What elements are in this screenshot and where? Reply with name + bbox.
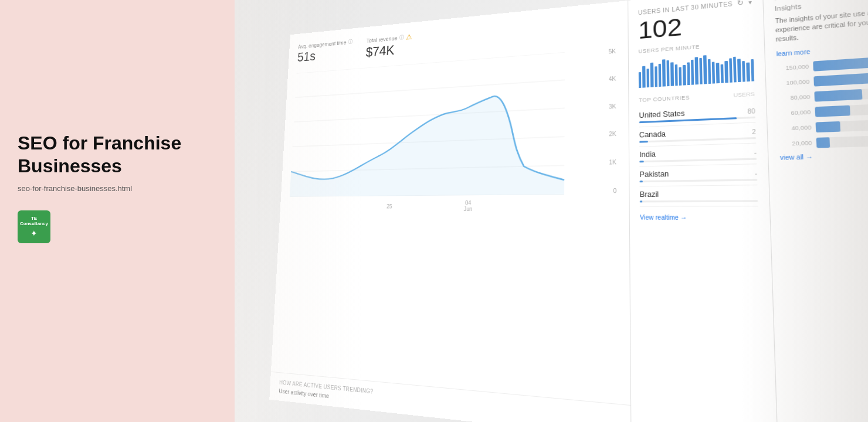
view-realtime-link[interactable]: View realtime →: [640, 214, 758, 221]
revenue-metric: Total revenue ⓘ ⚠ $74K: [365, 32, 412, 60]
top-countries-label: TOP COUNTRIES: [639, 94, 690, 103]
bar-28: [751, 59, 754, 81]
country-name-pk: Pakistan: [639, 170, 669, 179]
bottom-trending: HOW ARE ACTIVE USERS TRENDING? User acti…: [269, 372, 630, 422]
bar-26: [742, 61, 745, 82]
bar-24: [733, 57, 737, 83]
analytics-container: Avg. engagement time ⓘ 51s Total revenue…: [269, 0, 868, 422]
h-bar-container-4: [815, 103, 868, 117]
h-bar-container-1: [813, 55, 868, 71]
h-bar-fill-6: [816, 137, 830, 148]
view-all-link[interactable]: view all →: [780, 151, 868, 161]
refresh-icon[interactable]: ↻: [737, 0, 744, 8]
analytics-inner: Avg. engagement time ⓘ 51s Total revenue…: [269, 0, 868, 422]
x-label-25: 25: [386, 203, 392, 209]
bar-3: [646, 69, 649, 88]
h-bar-label-5: 40,000: [779, 124, 812, 132]
h-bar-container-3: [814, 87, 868, 101]
bar-1: [639, 72, 642, 88]
bar-27: [746, 63, 750, 82]
country-row-br: Brazil: [640, 185, 758, 207]
x-label-jun: 04Jun: [464, 200, 473, 212]
bar-4: [650, 62, 653, 87]
page-url: seo-for-franchise-businesses.html: [18, 184, 217, 193]
h-bar-label-1: 150,000: [777, 63, 809, 72]
country-row-ca: Canada 2: [639, 122, 757, 147]
bar-21: [720, 64, 724, 83]
country-bar-fill-br: [640, 200, 642, 202]
bar-5: [655, 66, 657, 87]
top-countries-header: TOP COUNTRIES USERS: [639, 91, 755, 103]
users-col-label: USERS: [733, 91, 754, 98]
bar-13: [687, 62, 690, 85]
y-label-5k: 5K: [609, 48, 616, 55]
h-bar-row-1: 150,000: [777, 55, 868, 73]
right-stats-panel: DIRECT CHANNELS Insights The insights of…: [763, 0, 868, 422]
bottom-subtitle: User activity over time: [279, 387, 618, 422]
analytics-panel: Avg. engagement time ⓘ 51s Total revenue…: [235, 0, 868, 422]
bar-18: [708, 59, 711, 84]
h-bar-label-3: 80,000: [778, 93, 810, 101]
h-bar-row-5: 40,000: [779, 118, 868, 134]
h-bar-label-4: 60,000: [778, 108, 811, 116]
h-bar-label-6: 20,000: [779, 139, 812, 147]
insights-link[interactable]: learn more: [776, 48, 810, 57]
country-count-us: 80: [747, 108, 755, 115]
y-label-3k: 3K: [609, 103, 616, 110]
chart-y-labels: 5K 4K 3K 2K 1K 0: [595, 48, 617, 195]
users-panel: USERS IN LAST 30 MINUTES ↻ ▾ 102 USERS P…: [628, 0, 778, 422]
chart-section: Avg. engagement time ⓘ 51s Total revenue…: [269, 1, 631, 422]
country-name-ca: Canada: [639, 130, 666, 139]
revenue-info-icon: ⓘ: [399, 34, 405, 42]
bar-16: [699, 58, 703, 84]
country-name-us: United States: [639, 109, 684, 120]
bar-17: [703, 55, 707, 84]
bar-22: [725, 61, 728, 83]
line-chart-svg: [290, 50, 592, 197]
h-bar-fill-4: [815, 105, 850, 117]
y-label-0: 0: [613, 188, 616, 194]
h-bar-fill-5: [816, 121, 840, 132]
bar-25: [737, 59, 741, 82]
bar-14: [691, 60, 694, 85]
logo-text: TE Consultancy: [18, 216, 50, 227]
engagement-metric: Avg. engagement time ⓘ 51s: [297, 38, 352, 66]
country-count-pk: -: [755, 170, 757, 177]
bar-19: [712, 62, 716, 83]
svg-line-2: [294, 108, 565, 122]
h-bar-row-6: 20,000: [779, 134, 868, 148]
dropdown-icon[interactable]: ▾: [748, 0, 752, 5]
h-bar-fill-3: [814, 89, 863, 101]
country-name-br: Brazil: [640, 190, 659, 199]
h-bar-container-5: [816, 118, 868, 132]
bar-20: [716, 63, 720, 83]
h-bar-row-4: 60,000: [778, 103, 868, 118]
bar-15: [695, 57, 699, 84]
page-title: SEO for Franchise Businesses: [18, 132, 217, 177]
h-bar-label-2: 100,000: [777, 78, 809, 86]
bar-2: [642, 66, 645, 88]
bar-9: [670, 62, 673, 86]
y-label-1k: 1K: [609, 159, 616, 165]
country-row-pk: Pakistan -: [639, 164, 757, 186]
country-name-in: India: [639, 150, 656, 159]
bar-10: [674, 64, 677, 86]
country-bar-br: [640, 200, 758, 202]
h-bar-container-2: [813, 71, 868, 86]
users-bar-chart: [639, 50, 754, 88]
h-bar-fill-2: [813, 73, 868, 86]
country-count-in: -: [754, 149, 757, 156]
bar-23: [729, 58, 733, 83]
bar-7: [662, 59, 665, 86]
logo-badge[interactable]: TE Consultancy ✦: [18, 210, 50, 243]
h-bar-container-6: [816, 134, 868, 148]
y-label-2k: 2K: [609, 131, 616, 137]
country-bar-fill-ca: [639, 141, 648, 143]
line-chart-area: 5K 4K 3K 2K 1K 0 25 04Jun: [289, 48, 616, 212]
country-bar-fill-pk: [640, 181, 643, 182]
warning-icon: ⚠: [406, 32, 412, 41]
svg-line-1: [295, 80, 565, 97]
bar-6: [659, 64, 662, 87]
bar-8: [666, 60, 669, 87]
left-panel: SEO for Franchise Businesses seo-for-fra…: [0, 0, 235, 422]
